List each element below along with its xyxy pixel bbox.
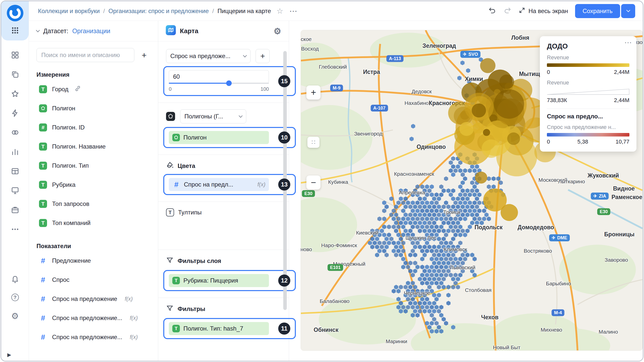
field-row[interactable]: #Полигон. ID bbox=[29, 118, 158, 137]
redo-icon[interactable] bbox=[503, 7, 511, 16]
save-menu-button[interactable] bbox=[621, 4, 635, 18]
layer-select[interactable]: Спрос на предложе... bbox=[166, 49, 251, 63]
workbooks-icon[interactable] bbox=[11, 70, 20, 79]
measure-number-icon: # bbox=[39, 314, 47, 322]
dashboards-icon[interactable] bbox=[11, 51, 20, 60]
filters-funnel-icon bbox=[166, 304, 174, 313]
color-scale-min: 0 bbox=[547, 69, 550, 75]
field-row[interactable]: #Спрос bbox=[29, 270, 158, 289]
settings-gear-icon[interactable]: ⚙ bbox=[11, 311, 20, 321]
layer-filter-pill[interactable]: T Рубрика: Пиццерия bbox=[169, 274, 269, 287]
field-row[interactable]: #Спрос на предложениеf(x) bbox=[29, 289, 158, 308]
opacity-slider[interactable] bbox=[169, 83, 269, 84]
header-more-icon[interactable]: ⋯ bbox=[289, 6, 298, 16]
map-chart-icon bbox=[166, 25, 176, 37]
breadcrumb: Коллекции и воркбуки / Организации: спро… bbox=[38, 8, 271, 15]
field-label: Спрос на предложение... bbox=[52, 334, 122, 341]
field-label: Спрос bbox=[52, 276, 69, 283]
quick-actions-bolt-icon[interactable] bbox=[11, 109, 20, 118]
ruler-button[interactable]: ∷ bbox=[307, 137, 319, 148]
opacity-value: 60 bbox=[173, 73, 180, 80]
favorite-star-icon[interactable]: ☆ bbox=[276, 7, 283, 15]
tooltips-section-title: Тултипы bbox=[178, 209, 202, 216]
filter-pill[interactable]: T Полигон. Тип: hash_7 bbox=[169, 322, 269, 335]
revenue-color-gradient bbox=[547, 63, 629, 67]
string-field-icon: T bbox=[39, 200, 47, 208]
annotation-badge-11: 11 bbox=[278, 323, 290, 335]
monitoring-icon[interactable] bbox=[11, 186, 20, 195]
field-row[interactable]: TРубрика bbox=[29, 175, 158, 194]
string-field-icon: T bbox=[39, 85, 47, 93]
measure-number-icon: # bbox=[39, 333, 47, 341]
layer-filter-highlight: T Рубрика: Пиццерия 12 bbox=[163, 270, 296, 291]
field-row[interactable]: Полигон bbox=[29, 99, 158, 118]
string-field-icon: T bbox=[172, 325, 180, 332]
datasets-table-icon[interactable] bbox=[11, 167, 20, 176]
charts-icon[interactable] bbox=[11, 147, 20, 156]
add-layer-button[interactable]: + bbox=[256, 49, 270, 63]
datalens-logo-icon[interactable] bbox=[7, 5, 23, 21]
zoom-out-button[interactable]: − bbox=[306, 175, 320, 190]
chevron-down-icon bbox=[239, 114, 243, 118]
legend-more-icon[interactable]: ⋯ bbox=[624, 39, 632, 46]
color-field-pill[interactable]: # Спрос на предл... f(x) bbox=[169, 178, 269, 191]
map-canvas[interactable]: ЗеленоградЛобняПушкиноЧеркизовоВосходров… bbox=[301, 30, 643, 351]
help-icon[interactable]: ? bbox=[11, 294, 19, 301]
undo-icon[interactable] bbox=[488, 7, 496, 16]
chart-settings-gear-icon[interactable]: ⚙ bbox=[274, 27, 281, 35]
breadcrumb-collections[interactable]: Коллекции и воркбуки bbox=[38, 8, 100, 15]
measures-list: #Предложение#Спрос#Спрос на предложениеf… bbox=[29, 251, 158, 347]
field-row[interactable]: #Спрос на предложение...f(x) bbox=[29, 308, 158, 328]
connections-icon[interactable] bbox=[11, 128, 20, 137]
field-row[interactable]: TТоп запросов bbox=[29, 194, 158, 213]
field-label: Полигон bbox=[183, 134, 207, 141]
field-label: Рубрика: Пиццерия bbox=[183, 277, 238, 284]
field-row[interactable]: TТоп компаний bbox=[29, 213, 158, 233]
notifications-bell-icon[interactable] bbox=[11, 274, 20, 283]
formula-badge: f(x) bbox=[125, 296, 133, 302]
breadcrumb-workbook[interactable]: Организации: спрос и предложение bbox=[108, 8, 209, 15]
chevron-down-icon[interactable] bbox=[36, 28, 40, 32]
size-scale-max: 2,44М bbox=[614, 97, 629, 104]
field-row[interactable]: TГород bbox=[29, 80, 158, 99]
rail-top-section bbox=[1, 1, 29, 40]
fullscreen-button[interactable]: На весь экран bbox=[518, 7, 568, 15]
opacity-control-highlight: 60 0 100 15 bbox=[163, 66, 296, 96]
demand-color-gradient bbox=[547, 133, 629, 137]
geolayer-type-icon bbox=[166, 112, 175, 121]
save-button[interactable]: Сохранить bbox=[575, 4, 620, 18]
field-label: Полигон. ID bbox=[52, 124, 85, 131]
formula-badge: f(x) bbox=[257, 181, 265, 188]
annotation-badge-12: 12 bbox=[278, 275, 290, 287]
favorites-star-icon[interactable] bbox=[11, 89, 20, 98]
collapse-rail-icon[interactable]: ▶ bbox=[7, 352, 11, 358]
field-label: Спрос на предл... bbox=[184, 181, 233, 188]
field-row[interactable]: TПолигон. Тип bbox=[29, 156, 158, 175]
zoom-in-button[interactable]: + bbox=[306, 85, 320, 100]
dataset-name-link[interactable]: Организации bbox=[72, 27, 110, 35]
field-label: Полигон bbox=[52, 105, 75, 112]
geotype-select[interactable]: Полигоны (Г... bbox=[180, 109, 246, 123]
top-header: Коллекции и воркбуки / Организации: спро… bbox=[29, 1, 643, 21]
link-icon bbox=[74, 85, 81, 93]
dimensions-title: Измерения bbox=[36, 71, 158, 78]
breadcrumb-separator: / bbox=[103, 8, 105, 15]
more-icon[interactable] bbox=[11, 225, 20, 234]
slider-knob[interactable] bbox=[226, 80, 232, 86]
search-input[interactable] bbox=[36, 48, 134, 62]
opacity-input[interactable]: 60 bbox=[169, 70, 269, 83]
geopolygon-field-pill[interactable]: Полигон bbox=[169, 131, 269, 144]
field-label: Полигон. Название bbox=[52, 143, 106, 150]
storage-icon[interactable] bbox=[11, 205, 20, 214]
map-legend: ⋯ ДОДО Revenue 0 2,44M Revenue 738,83К 2… bbox=[540, 36, 636, 152]
add-field-button[interactable]: + bbox=[138, 49, 150, 61]
measures-title: Показатели bbox=[36, 243, 158, 250]
apps-grid-icon[interactable] bbox=[11, 26, 20, 35]
colors-section-title: Цвета bbox=[178, 162, 195, 169]
field-row[interactable]: #Предложение bbox=[29, 251, 158, 270]
field-row[interactable]: TПолигон. Название bbox=[29, 137, 158, 156]
measure-number-icon: # bbox=[39, 276, 47, 284]
geofield-highlight: Полигон 10 bbox=[163, 127, 296, 148]
string-field-icon: T bbox=[39, 219, 47, 227]
field-row[interactable]: #Спрос на предложение...f(x) bbox=[29, 328, 158, 347]
